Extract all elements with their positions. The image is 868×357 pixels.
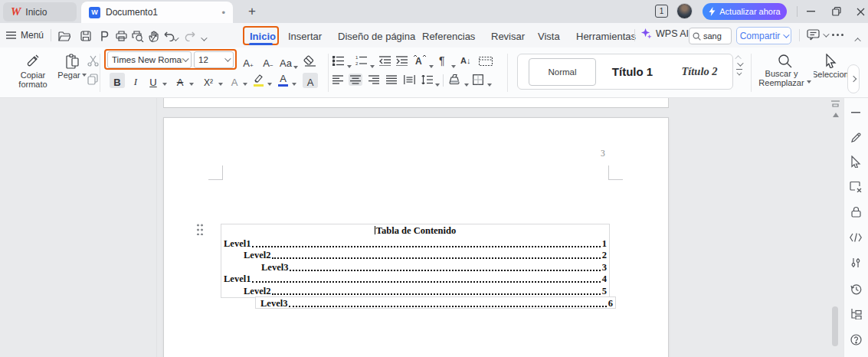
text-fit-dropdown[interactable] xyxy=(427,60,434,70)
font-name-combo[interactable]: Times New Roman xyxy=(107,51,192,68)
user-avatar[interactable] xyxy=(676,3,693,19)
rail-minimize-icon[interactable] xyxy=(850,106,862,119)
copy-button[interactable] xyxy=(87,74,99,85)
superscript-button[interactable]: X² xyxy=(200,73,217,88)
lock-icon[interactable] xyxy=(850,205,862,218)
tab-referencias[interactable]: Referencias xyxy=(419,27,478,45)
restore-button[interactable] xyxy=(825,0,848,23)
distribute-button[interactable] xyxy=(402,74,417,86)
text-fit-button[interactable]: A xyxy=(413,55,426,66)
toc-entry[interactable]: Level33 xyxy=(221,261,609,273)
paste-button[interactable]: Pegar xyxy=(57,54,87,80)
borders-button[interactable] xyxy=(473,74,483,85)
save-button[interactable] xyxy=(78,28,93,44)
shading-button[interactable] xyxy=(449,74,461,84)
toc-entry[interactable]: Level14 xyxy=(221,273,609,286)
document-tab[interactable]: W Documento1 • xyxy=(81,2,233,23)
increase-indent-button[interactable] xyxy=(396,56,408,66)
toc-field-continued[interactable]: Level36 xyxy=(255,296,616,309)
print-preview-button[interactable] xyxy=(130,28,146,44)
highlight-dropdown[interactable] xyxy=(266,77,272,88)
new-tab-button[interactable]: + xyxy=(244,3,260,20)
change-case-button[interactable]: Aa xyxy=(279,54,299,69)
styles-down-button[interactable] xyxy=(737,60,743,66)
open-file-button[interactable] xyxy=(57,28,72,44)
fit-scroll-icon[interactable] xyxy=(831,100,840,107)
clear-format-button[interactable] xyxy=(303,55,316,67)
notification-badge[interactable]: 1 xyxy=(655,5,668,18)
numbering-button[interactable]: 12 xyxy=(355,55,367,66)
align-center-button[interactable] xyxy=(349,74,362,86)
decrease-indent-button[interactable] xyxy=(379,56,391,66)
show-marks-button[interactable]: ¶ xyxy=(439,54,445,67)
styles-more-button[interactable] xyxy=(736,69,742,75)
shading-dropdown[interactable] xyxy=(463,78,469,89)
wps-ai-button[interactable]: WPS AI xyxy=(640,28,689,39)
bold-button[interactable]: B xyxy=(110,73,125,88)
minimize-button[interactable] xyxy=(799,0,822,23)
char-shading-button[interactable]: A xyxy=(303,73,318,88)
font-size-combo[interactable]: 12 xyxy=(194,51,234,68)
toc-entry[interactable]: Level11 xyxy=(221,237,609,250)
line-spacing-dropdown[interactable] xyxy=(434,78,440,89)
scroll-up-arrow[interactable] xyxy=(833,113,839,117)
bullets-button[interactable] xyxy=(332,56,344,66)
text-effects-button[interactable]: A xyxy=(228,73,241,88)
underline-dropdown[interactable] xyxy=(161,77,167,88)
toc-field[interactable]: Tabla de Contenido Level11 Level22 Level… xyxy=(221,224,610,298)
print-button[interactable] xyxy=(113,28,129,44)
search-box[interactable] xyxy=(689,28,732,44)
toc-entry[interactable]: Level25 xyxy=(221,285,609,297)
code-icon[interactable] xyxy=(850,231,862,244)
collapse-ribbon-button[interactable] xyxy=(857,34,861,44)
hand-tool-button[interactable] xyxy=(146,28,162,44)
quickbar-more-dropdown[interactable] xyxy=(201,33,205,44)
text-effects-dropdown[interactable] xyxy=(241,77,247,88)
bullets-dropdown[interactable] xyxy=(346,60,352,70)
copy-format-button[interactable]: Copiar formato xyxy=(11,54,55,89)
tune-sliders-icon[interactable] xyxy=(850,257,862,269)
undo-dropdown[interactable] xyxy=(172,33,177,44)
sort-button[interactable]: A↓ xyxy=(460,55,470,66)
redo-button[interactable] xyxy=(182,28,198,44)
structure-icon[interactable] xyxy=(850,308,862,320)
find-replace-button[interactable]: Buscar y Reemplazar xyxy=(760,54,809,87)
help-icon[interactable] xyxy=(850,333,862,346)
borders-dropdown[interactable] xyxy=(486,78,492,89)
line-spacing-button[interactable] xyxy=(420,74,434,86)
menu-button[interactable]: Menú xyxy=(6,28,44,43)
tab-revisar[interactable]: Revisar xyxy=(488,27,528,45)
home-tab[interactable]: W Inicio xyxy=(3,2,77,21)
grow-font-button[interactable]: A+ xyxy=(241,54,256,69)
toc-entry[interactable]: Level36 xyxy=(256,297,615,310)
more-icon[interactable] xyxy=(832,34,843,36)
tab-herramientas[interactable]: Herramientas xyxy=(573,27,639,45)
select-button[interactable]: Seleccionar xyxy=(814,54,847,79)
history-clock-icon[interactable] xyxy=(850,283,862,295)
cut-button[interactable] xyxy=(87,55,99,67)
align-right-button[interactable] xyxy=(367,74,381,86)
reject-box-icon[interactable] xyxy=(850,180,862,192)
search-input[interactable] xyxy=(703,31,726,41)
ribbon-overflow-button[interactable] xyxy=(847,64,860,93)
numbering-dropdown[interactable] xyxy=(368,60,375,70)
edit-pencil-icon[interactable] xyxy=(850,131,862,143)
share-button[interactable]: Compartir xyxy=(736,27,791,44)
comments-button[interactable] xyxy=(807,29,827,41)
italic-button[interactable]: I xyxy=(129,73,142,88)
select-cursor-icon[interactable] xyxy=(850,156,862,168)
style-titulo-2[interactable]: Título 2 xyxy=(669,65,730,78)
document-canvas[interactable]: 3 Tabla de Contenido Level11 Level22 Lev… xyxy=(0,98,843,357)
font-color-dropdown[interactable] xyxy=(290,77,296,88)
strikethrough-dropdown[interactable] xyxy=(188,77,194,88)
toc-drag-handle-icon[interactable] xyxy=(196,223,204,235)
page[interactable]: 3 Tabla de Contenido Level11 Level22 Lev… xyxy=(163,117,669,357)
shrink-font-button[interactable]: A− xyxy=(260,54,276,69)
style-titulo-1[interactable]: Título 1 xyxy=(596,65,669,78)
export-pdf-button[interactable] xyxy=(97,28,112,44)
frame-button[interactable] xyxy=(479,57,493,66)
font-color-button[interactable]: A xyxy=(277,73,289,87)
toc-entry[interactable]: Level22 xyxy=(221,250,609,262)
tab-insertar[interactable]: Insertar xyxy=(285,27,325,45)
vertical-scrollbar[interactable] xyxy=(832,306,838,346)
